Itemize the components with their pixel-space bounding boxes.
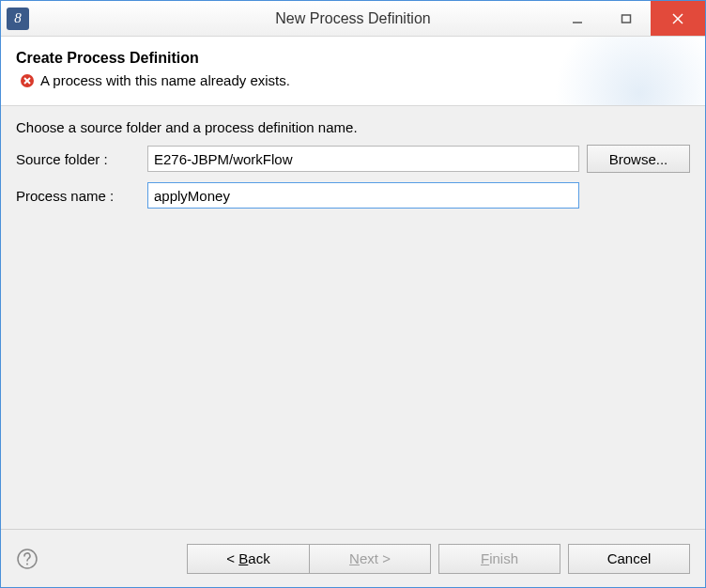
close-icon	[671, 12, 684, 25]
instruction-text: Choose a source folder and a process def…	[16, 119, 690, 135]
minimize-icon	[572, 13, 583, 24]
minimize-button[interactable]	[553, 1, 602, 36]
finish-button[interactable]: Finish	[438, 544, 560, 574]
help-icon[interactable]	[16, 548, 38, 570]
footer-bar: < Back Next > Finish Cancel	[1, 529, 705, 587]
error-message-row: A process with this name already exists.	[16, 72, 690, 88]
maximize-button[interactable]	[602, 1, 651, 36]
svg-rect-1	[622, 15, 631, 23]
maximize-icon	[621, 13, 632, 24]
error-message-text: A process with this name already exists.	[40, 72, 290, 88]
titlebar[interactable]: 8 New Process Definition	[1, 1, 705, 37]
header-panel: Create Process Definition A process with…	[1, 37, 705, 106]
browse-button[interactable]: Browse...	[587, 145, 690, 173]
back-button[interactable]: < Back	[187, 544, 309, 574]
error-icon	[20, 73, 35, 88]
source-folder-row: Source folder : Browse...	[16, 145, 690, 173]
content-area: Choose a source folder and a process def…	[1, 106, 705, 529]
app-icon: 8	[7, 8, 29, 30]
close-button[interactable]	[651, 1, 705, 36]
dialog-window: 8 New Process Definition Create Process …	[0, 0, 706, 588]
source-folder-input[interactable]	[147, 146, 579, 172]
nav-button-group: < Back Next >	[187, 544, 431, 574]
process-name-input[interactable]	[147, 182, 579, 209]
process-name-label: Process name :	[16, 188, 140, 204]
cancel-button[interactable]: Cancel	[568, 544, 690, 574]
window-controls	[553, 1, 705, 36]
source-folder-label: Source folder :	[16, 151, 140, 167]
header-title: Create Process Definition	[16, 50, 690, 67]
svg-point-8	[26, 563, 28, 565]
next-button[interactable]: Next >	[309, 544, 431, 574]
header-decoration	[555, 37, 705, 106]
process-name-row: Process name :	[16, 182, 690, 209]
